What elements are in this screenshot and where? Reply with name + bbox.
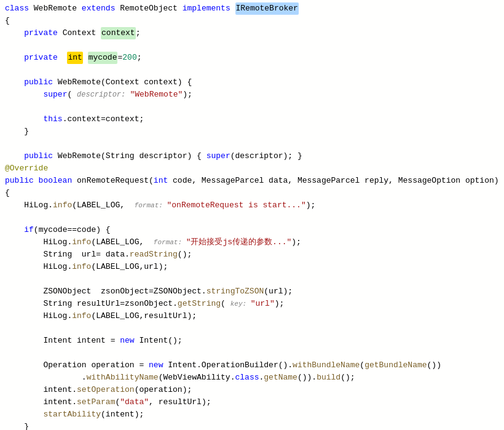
code-line-blank <box>0 101 504 113</box>
code-line: ZSONObject zsonObject=ZSONObject.stringT… <box>0 285 504 298</box>
code-line: String url= data.readString(); <box>0 249 504 261</box>
code-line-blank <box>0 39 504 52</box>
code-editor: class WebRemote extends RemoteObject imp… <box>0 0 504 430</box>
code-line-blank <box>0 322 504 335</box>
interface-highlight: IRemoteBroker <box>235 2 299 15</box>
keyword-class: class <box>5 2 34 15</box>
code-line: super( descriptor: "WebRemote"); <box>0 89 504 101</box>
var-context: context <box>101 27 136 39</box>
code-line: } <box>0 421 504 430</box>
code-line: if(mycode==code) { <box>0 224 504 236</box>
code-line: } <box>0 125 504 138</box>
code-line: { <box>0 15 504 27</box>
code-line: public boolean onRemoteRequest(int code,… <box>0 175 504 187</box>
code-line: this.context=context; <box>0 113 504 125</box>
keyword-extends: extends <box>82 2 120 15</box>
class-name: WebRemote <box>34 2 82 15</box>
code-line-blank <box>0 273 504 285</box>
code-line-blank <box>0 138 504 150</box>
code-line: private Context context; <box>0 27 504 39</box>
code-line: { <box>0 187 504 199</box>
code-line: HiLog.info(LABEL_LOG, format: "开始接受js传递的… <box>0 236 504 249</box>
code-line: @Override <box>0 162 504 175</box>
code-line-blank <box>0 212 504 224</box>
code-line: class WebRemote extends RemoteObject imp… <box>0 2 504 15</box>
code-line: HiLog.info(LABEL_LOG,resultUrl); <box>0 310 504 322</box>
code-line: intent.setOperation(operation); <box>0 384 504 396</box>
keyword-implements: implements <box>183 2 235 15</box>
code-line: HiLog.info(LABEL_LOG, format: "onRemoteR… <box>0 199 504 212</box>
code-line: public WebRemote(String descriptor) { su… <box>0 150 504 162</box>
var-mycode: mycode <box>88 52 118 64</box>
code-line-blank <box>0 64 504 76</box>
parent-class: RemoteObject <box>120 2 182 15</box>
code-line: String resultUrl=zsonObject.getString( k… <box>0 298 504 310</box>
code-line-blank <box>0 347 504 359</box>
code-line: public WebRemote(Context context) { <box>0 76 504 89</box>
code-line: private int mycode=200; <box>0 52 504 64</box>
code-line: HiLog.info(LABEL_LOG,url); <box>0 261 504 273</box>
code-line: intent.setParam("data", resultUrl); <box>0 396 504 408</box>
code-line: Operation operation = new Intent.Operati… <box>0 359 504 372</box>
code-line: startAbility(intent); <box>0 408 504 421</box>
code-line: .withAbilityName(WebViewAbility.class.ge… <box>0 372 504 384</box>
type-int: int <box>67 52 82 64</box>
code-line: Intent intent = new Intent(); <box>0 335 504 347</box>
